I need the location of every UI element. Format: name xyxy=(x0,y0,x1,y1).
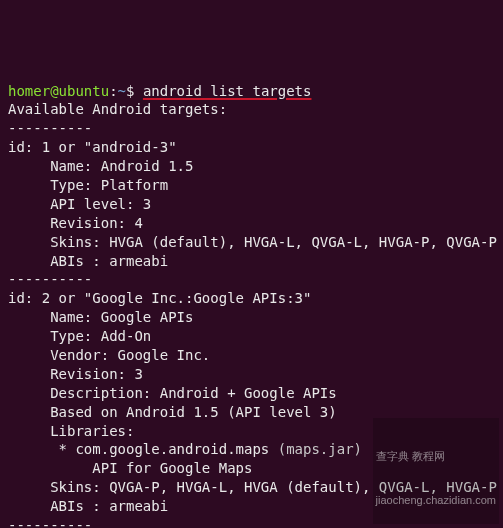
target-detail: Revision: 4 xyxy=(8,215,143,231)
separator-line: ---------- xyxy=(8,271,92,287)
watermark-line2: jiaocheng.chazidian.com xyxy=(376,493,496,508)
target-detail: Skins: HVGA (default), HVGA-L, QVGA-L, H… xyxy=(8,234,497,250)
target-detail: Description: Android + Google APIs xyxy=(8,385,337,401)
output-header: Available Android targets: xyxy=(8,101,227,117)
target-detail: Type: Add-On xyxy=(8,328,151,344)
target-detail: Based on Android 1.5 (API level 3) xyxy=(8,404,337,420)
target-detail: API level: 3 xyxy=(8,196,151,212)
target-detail: Type: Platform xyxy=(8,177,168,193)
target-detail: Name: Google APIs xyxy=(8,309,193,325)
separator-line: ---------- xyxy=(8,120,92,136)
prompt-path: ~ xyxy=(118,83,126,99)
target-detail: ABIs : armeabi xyxy=(8,498,168,514)
target-detail: Name: Android 1.5 xyxy=(8,158,193,174)
prompt-colon: : xyxy=(109,83,117,99)
prompt-dollar: $ xyxy=(126,83,143,99)
watermark: 查字典 教程网 jiaocheng.chazidian.com xyxy=(373,418,499,524)
library-jar: (maps.jar) xyxy=(278,441,362,457)
target-id-line: id: 2 or "Google Inc.:Google APIs:3" xyxy=(8,290,311,306)
prompt-user-host: homer@ubuntu xyxy=(8,83,109,99)
target-detail: Libraries: xyxy=(8,423,134,439)
target-detail: Vendor: Google Inc. xyxy=(8,347,210,363)
library-desc: API for Google Maps xyxy=(8,460,252,476)
target-detail: ABIs : armeabi xyxy=(8,253,168,269)
target-detail: Revision: 3 xyxy=(8,366,143,382)
separator-line: ---------- xyxy=(8,517,92,528)
watermark-line1: 查字典 教程网 xyxy=(376,449,496,464)
command-text: android list targets xyxy=(143,83,312,99)
target-id-line: id: 1 or "android-3" xyxy=(8,139,177,155)
library-line: * com.google.android.maps xyxy=(8,441,278,457)
